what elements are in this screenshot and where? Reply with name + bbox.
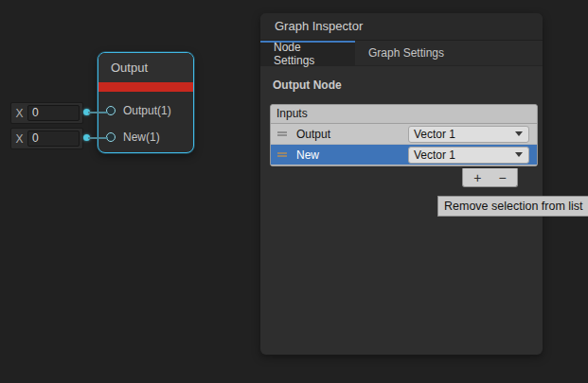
row-name: Output (296, 128, 330, 141)
graph-inspector-panel: Graph Inspector Node Settings Graph Sett… (260, 13, 543, 355)
list-row-new[interactable]: New Vector 1 (271, 145, 537, 165)
list-footer: + − (462, 168, 518, 187)
tab-node-settings[interactable]: Node Settings (260, 41, 355, 65)
value-field[interactable]: 0 (27, 131, 80, 147)
node-error-bar (98, 82, 193, 92)
list-row-output[interactable]: Output Vector 1 (271, 124, 537, 145)
dropdown-value: Vector 1 (409, 128, 515, 141)
inspector-tabbar: Node Settings Graph Settings (260, 41, 543, 66)
value-field[interactable]: 0 (27, 105, 80, 121)
port-label: Output(1) (123, 104, 171, 117)
axis-label: X (11, 132, 27, 146)
node-port-new[interactable]: New(1) (98, 124, 193, 150)
output-node[interactable]: Output Output(1) New(1) (98, 52, 194, 153)
dropdown-value: Vector 1 (409, 148, 515, 162)
inputs-reorderable-list: Inputs Output Vector 1 New Vector 1 + (270, 104, 538, 166)
add-item-button[interactable]: + (470, 171, 485, 184)
node-port-output[interactable]: Output(1) (98, 97, 193, 124)
list-header: Inputs (271, 105, 537, 124)
edge-line[interactable] (88, 137, 108, 139)
row-name: New (296, 148, 319, 162)
type-dropdown[interactable]: Vector 1 (408, 126, 529, 143)
tooltip: Remove selection from list (437, 196, 588, 217)
type-dropdown[interactable]: Vector 1 (408, 147, 529, 164)
drag-handle-icon[interactable] (277, 152, 287, 157)
remove-item-button[interactable]: − (495, 171, 510, 184)
axis-label: X (11, 107, 27, 120)
tab-graph-settings[interactable]: Graph Settings (355, 41, 457, 65)
panel-title[interactable]: Graph Inspector (260, 13, 543, 41)
drag-handle-icon[interactable] (277, 131, 287, 136)
chevron-down-icon (515, 131, 523, 136)
node-ports: Output(1) New(1) (98, 92, 193, 150)
edge-line[interactable] (88, 112, 108, 113)
port-label: New(1) (123, 131, 160, 144)
section-title: Output Node (273, 78, 543, 92)
default-input-widget: X 0 (10, 128, 83, 149)
default-input-widget: X 0 (10, 102, 83, 124)
shader-graph-canvas[interactable]: Output Output(1) New(1) X 0 X 0 Graph In… (0, 0, 588, 383)
node-title[interactable]: Output (98, 53, 193, 82)
chevron-down-icon (515, 152, 523, 157)
